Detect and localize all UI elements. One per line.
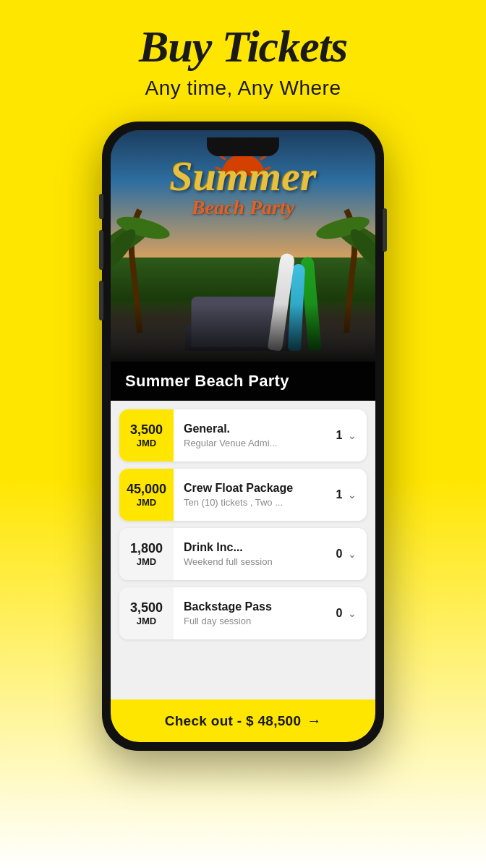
- hero-background: Summer Beach Party: [111, 130, 375, 362]
- ticket-price-amount-backstage: 3,500: [130, 601, 163, 616]
- ticket-qty-value-crew-float: 1: [333, 488, 345, 501]
- ticket-desc-general: Regular Venue Admi...: [184, 438, 323, 448]
- phone-screen: Summer Beach Party: [111, 130, 375, 742]
- ticket-info-crew-float: Crew Float Package Ten (10) tickets , Tw…: [174, 469, 333, 521]
- hero-gradient-overlay: [111, 304, 375, 362]
- ticket-general[interactable]: 3,500 JMD General. Regular Venue Admi...…: [119, 409, 367, 461]
- ticket-info-backstage: Backstage Pass Full day session: [174, 587, 333, 639]
- ticket-crew-float[interactable]: 45,000 JMD Crew Float Package Ten (10) t…: [119, 469, 367, 521]
- ticket-qty-general[interactable]: 1 ⌄: [333, 409, 367, 461]
- ticket-desc-crew-float: Ten (10) tickets , Two ...: [184, 497, 323, 508]
- ticket-price-amount-general: 3,500: [130, 423, 163, 438]
- phone-mockup: Summer Beach Party: [102, 122, 384, 751]
- ticket-name-backstage: Backstage Pass: [184, 600, 323, 613]
- ticket-info-drink-inc: Drink Inc... Weekend full session: [174, 528, 333, 580]
- chevron-down-icon-backstage[interactable]: ⌄: [348, 608, 357, 619]
- phone-power-button: [383, 208, 387, 252]
- ticket-qty-value-general: 1: [333, 429, 345, 442]
- ticket-price-badge-backstage: 3,500 JMD: [119, 587, 174, 639]
- chevron-down-icon-drink-inc[interactable]: ⌄: [348, 548, 357, 560]
- ticket-price-badge-drink-inc: 1,800 JMD: [119, 528, 174, 580]
- page-title: Buy Tickets: [14, 22, 472, 71]
- ticket-price-amount-drink-inc: 1,800: [130, 542, 163, 556]
- ticket-list: 3,500 JMD General. Regular Venue Admi...…: [111, 401, 375, 699]
- ticket-qty-value-backstage: 0: [333, 607, 345, 620]
- ticket-price-badge-crew-float: 45,000 JMD: [119, 469, 174, 521]
- ticket-qty-crew-float[interactable]: 1 ⌄: [333, 469, 367, 521]
- ticket-drink-inc[interactable]: 1,800 JMD Drink Inc... Weekend full sess…: [119, 528, 367, 580]
- event-hero-title-container: Summer Beach Party: [111, 156, 375, 218]
- ticket-name-general: General.: [184, 422, 323, 435]
- ticket-desc-drink-inc: Weekend full session: [184, 556, 323, 567]
- phone-mute-button: [99, 194, 103, 219]
- event-title-bar: Summer Beach Party: [111, 362, 375, 401]
- phone-volume-down-button: [99, 281, 103, 320]
- ticket-name-drink-inc: Drink Inc...: [184, 541, 323, 554]
- event-title: Summer Beach Party: [125, 372, 361, 391]
- page-subtitle: Any time, Any Where: [14, 77, 472, 100]
- ticket-qty-value-drink-inc: 0: [333, 548, 345, 561]
- ticket-info-general: General. Regular Venue Admi...: [174, 409, 333, 461]
- checkout-arrow-icon: →: [307, 712, 321, 729]
- chevron-down-icon-general[interactable]: ⌄: [348, 430, 357, 441]
- ticket-currency-backstage: JMD: [137, 616, 156, 626]
- phone-volume-up-button: [99, 230, 103, 270]
- ticket-backstage[interactable]: 3,500 JMD Backstage Pass Full day sessio…: [119, 587, 367, 639]
- ticket-qty-backstage[interactable]: 0 ⌄: [333, 587, 367, 639]
- phone-notch: [207, 137, 279, 156]
- ticket-price-badge-general: 3,500 JMD: [119, 409, 174, 461]
- ticket-currency-general: JMD: [137, 438, 156, 448]
- event-hero-image: Summer Beach Party: [111, 130, 375, 362]
- ticket-name-crew-float: Crew Float Package: [184, 482, 323, 495]
- header-section: Buy Tickets Any time, Any Where: [0, 0, 486, 114]
- event-hero-title: Summer: [111, 156, 375, 197]
- ticket-desc-backstage: Full day session: [184, 616, 323, 626]
- checkout-label: Check out - $ 48,500: [165, 713, 302, 729]
- ticket-price-amount-crew-float: 45,000: [127, 482, 166, 497]
- ticket-currency-drink-inc: JMD: [137, 556, 156, 567]
- event-hero-subtitle: Beach Party: [111, 197, 375, 218]
- ticket-qty-drink-inc[interactable]: 0 ⌄: [333, 528, 367, 580]
- ticket-currency-crew-float: JMD: [137, 497, 156, 508]
- checkout-bar[interactable]: Check out - $ 48,500 →: [111, 699, 375, 742]
- chevron-down-icon-crew-float[interactable]: ⌄: [348, 489, 357, 501]
